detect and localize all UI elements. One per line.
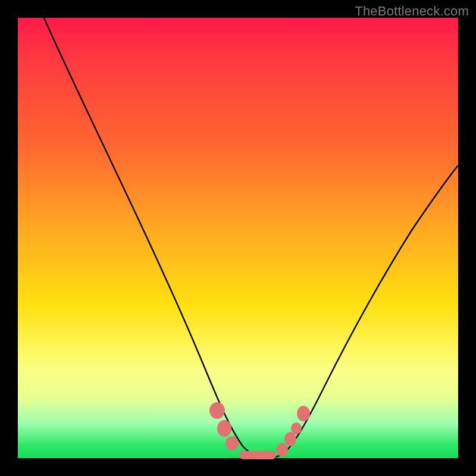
plot-area <box>18 18 458 458</box>
marker-dot <box>276 443 288 456</box>
marker-dot <box>209 402 225 419</box>
marker-bar <box>239 451 276 459</box>
highlight-markers-group <box>209 402 310 459</box>
marker-dot <box>284 432 296 446</box>
marker-dot <box>291 422 302 434</box>
bottleneck-curve-path <box>44 18 458 458</box>
watermark-text: TheBottleneck.com <box>355 4 469 19</box>
marker-dot <box>226 436 239 450</box>
marker-dot <box>217 420 231 437</box>
chart-frame: TheBottleneck.com <box>0 0 476 476</box>
marker-dot <box>297 406 310 421</box>
curve-layer <box>18 18 458 458</box>
